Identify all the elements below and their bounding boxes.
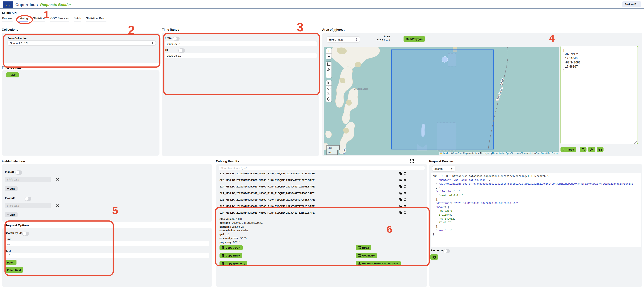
to-toggle[interactable] — [178, 48, 185, 53]
request-code-block[interactable]: curl -X POST https://sh.dataspace.copern… — [430, 173, 641, 247]
copy-id-button[interactable] — [399, 172, 402, 175]
copy-id-button[interactable] — [399, 178, 402, 182]
remove-include-field-icon[interactable] — [56, 178, 59, 181]
code-line: -d '{ — [433, 186, 639, 190]
code-line: -87.342682, — [433, 217, 639, 221]
geometry-type-button[interactable]: MultiPolygon — [404, 36, 425, 42]
next-input[interactable]: 10 — [5, 253, 209, 258]
copy-bbox-button[interactable]: Copy BBox — [220, 253, 242, 258]
catalog-result-row[interactable]: S2A_MSIL1C_20200814T160911_N0500_R140_T1… — [216, 210, 427, 216]
aoi-expand-icon[interactable] — [332, 28, 336, 32]
plus-icon: + — [7, 213, 9, 217]
request-preview-panel: search ▲▼ curl -X POST https://sh.datasp… — [429, 164, 642, 287]
copy-id-button[interactable] — [399, 192, 402, 195]
aoi-coordinates-textarea[interactable]: [ -87.72171, 17.11848, -87.342682, 17.48… — [560, 46, 638, 144]
hot-link[interactable]: Humanitarian OpenStreetMap Team — [492, 152, 527, 154]
zoom-out-button[interactable]: − — [326, 54, 332, 59]
copy-response-button[interactable] — [430, 254, 438, 260]
expand-item-button[interactable] — [404, 185, 406, 188]
tab-statistical[interactable]: Statistical — [33, 17, 45, 22]
limit-input[interactable]: 10 — [5, 241, 209, 246]
edit-cursor-button[interactable] — [326, 80, 332, 86]
catalog-result-row[interactable]: S2B_MSIL1C_20200819T160829_N0500_R140_T1… — [216, 203, 427, 210]
edit-drag-button[interactable] — [326, 86, 332, 91]
feature-property: constellation : sentinel-2 — [220, 229, 427, 233]
remove-exclude-field-icon[interactable] — [56, 204, 59, 207]
edit-rotate-button[interactable] — [326, 96, 332, 102]
tab-process[interactable]: Process — [2, 17, 12, 22]
leaflet-map[interactable]: Central Lagoon Belize Belize District Be… — [324, 46, 559, 155]
include-toggle[interactable] — [16, 170, 22, 175]
user-menu-button[interactable]: Furkan B... — [622, 1, 641, 7]
exclude-toggle[interactable] — [24, 196, 31, 201]
copy-id-button[interactable] — [399, 205, 402, 208]
expand-item-button[interactable] — [404, 198, 406, 201]
expand-item-button[interactable] — [404, 172, 406, 175]
upload-geometry-button[interactable] — [580, 147, 586, 152]
tab-batch[interactable]: Batch — [74, 17, 81, 22]
header: Copernicus Requests Builder Furkan B... — [0, 0, 644, 9]
include-add-button[interactable]: +Add — [5, 186, 18, 191]
catalog-search-input[interactable]: Search features by id — [218, 166, 425, 170]
textarea-resize-handle[interactable] — [634, 140, 637, 144]
data-collection-select[interactable]: Sentinel 2 L1C ▲▼ — [8, 41, 156, 45]
leaflet-link[interactable]: Leaflet — [443, 152, 450, 154]
copy-icon — [399, 192, 402, 195]
catalog-result-row[interactable]: S2B_MSIL1C_20200829T160829_N0500_R140_T1… — [216, 170, 427, 177]
copy-geometry-button[interactable]: Copy geometry — [220, 261, 247, 266]
edit-cut-button[interactable] — [326, 91, 332, 96]
request-mode-select[interactable]: search ▲▼ — [432, 166, 455, 171]
feature-property: platform : sentinel-2a — [220, 225, 427, 229]
draw-text-button[interactable]: T — [326, 72, 332, 78]
include-field-path-input[interactable]: Field path — [5, 177, 51, 182]
catalog-result-row[interactable]: S2B_MSIL1C_20200819T160829_N0500_R140_T1… — [216, 196, 427, 203]
crs-select[interactable]: EPSG:4326 ▲▼ — [327, 36, 360, 42]
response-toggle[interactable] — [443, 249, 450, 253]
catalog-result-row[interactable]: S2B_MSIL1C_20200829T160829_N0500_R140_T1… — [216, 177, 427, 184]
copy-id-button[interactable] — [399, 185, 402, 188]
collapse-item-button[interactable] — [404, 211, 406, 214]
expanded-item-details: Stac Version: 1.0.0datetime : 2020-08-14… — [216, 216, 427, 290]
copy-icon — [222, 262, 224, 265]
catalog-result-row[interactable]: S2A_MSIL1C_20200824T160911_N0500_R140_T1… — [216, 183, 427, 190]
copy-geometry-icon-button[interactable] — [597, 147, 604, 152]
download-geometry-button[interactable] — [588, 147, 595, 152]
code-line: curl -X POST https://sh.dataspace.copern… — [433, 174, 639, 178]
to-input[interactable]: 2020-08-31 — [165, 53, 317, 58]
copy-json-button[interactable]: Copy JSON — [220, 245, 242, 250]
tab-ogc-services[interactable]: OGC Services — [50, 17, 69, 22]
catalog-result-row[interactable]: S2A_MSIL1C_20200824T160911_N0500_R140_T1… — [216, 190, 427, 196]
collections-panel: Data Collection Sentinel 2 L1C ▲▼ — [2, 33, 160, 63]
geometry-button[interactable]: Geometry — [356, 253, 377, 258]
annotation-1: 1 — [44, 8, 49, 20]
expand-item-button[interactable] — [404, 205, 406, 208]
tab-statistical-batch[interactable]: Statistical Batch — [86, 17, 106, 22]
tab-catalog[interactable]: Catalog — [18, 17, 28, 22]
app-name: Requests Builder — [40, 2, 71, 7]
osmfr-link[interactable]: OpenStreetMap France — [536, 152, 558, 154]
filter-add-button[interactable]: + Add — [6, 72, 19, 78]
from-input[interactable]: 2020-06-01 — [165, 42, 317, 46]
expand-item-button[interactable] — [404, 178, 406, 182]
exclude-add-button[interactable]: +Add — [5, 212, 18, 217]
osm-link[interactable]: OpenStreetMap — [452, 152, 468, 154]
ukraine-flag-icon — [440, 152, 442, 154]
copy-id-button[interactable] — [399, 198, 402, 201]
fetch-next-button[interactable]: Fetch Next — [5, 267, 23, 272]
expand-item-button[interactable] — [404, 192, 406, 195]
filter-options-panel: + Add — [2, 70, 160, 156]
exclude-field-path-input[interactable]: Field path — [5, 203, 51, 208]
draw-polygon-button[interactable] — [326, 67, 332, 72]
draw-rectangle-button[interactable] — [326, 62, 332, 67]
copy-id-button[interactable] — [399, 211, 402, 214]
fetch-button[interactable]: Fetch — [5, 260, 16, 265]
bbox-button[interactable]: Bbox — [356, 245, 371, 250]
parse-button[interactable]: Parse — [560, 147, 576, 152]
zoom-in-button[interactable]: + — [326, 48, 332, 54]
search-by-ids-toggle[interactable] — [22, 232, 29, 236]
from-toggle[interactable] — [173, 36, 180, 41]
expand-item-icon — [404, 178, 406, 182]
request-feature-on-process-button[interactable]: Request Feature on Process — [356, 261, 401, 266]
catalog-expand-icon[interactable] — [410, 159, 414, 163]
expand-item-icon — [404, 205, 406, 208]
